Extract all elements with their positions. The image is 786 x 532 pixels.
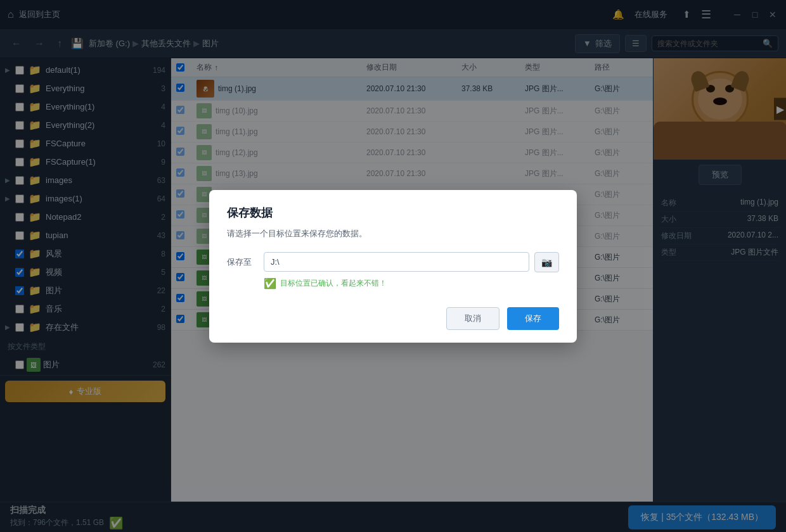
modal-success-message: ✅ 目标位置已确认，看起来不错！ [264, 277, 559, 289]
browse-button[interactable]: 📷 [534, 252, 559, 272]
modal-actions: 取消 保存 [227, 302, 559, 330]
modal-title: 保存数据 [227, 205, 559, 220]
modal-desc: 请选择一个目标位置来保存您的数据。 [227, 228, 559, 239]
cancel-button[interactable]: 取消 [446, 307, 499, 330]
success-text: 目标位置已确认，看起来不错！ [280, 278, 387, 289]
save-button[interactable]: 保存 [507, 307, 559, 330]
save-path-input[interactable] [264, 252, 529, 272]
modal-overlay: 保存数据 请选择一个目标位置来保存您的数据。 保存至 📷 ✅ 目标位置已确认，看… [0, 0, 786, 532]
field-label: 保存至 [227, 256, 259, 268]
success-icon: ✅ [264, 277, 276, 289]
save-data-modal: 保存数据 请选择一个目标位置来保存您的数据。 保存至 📷 ✅ 目标位置已确认，看… [209, 190, 577, 343]
modal-field: 保存至 📷 [227, 252, 559, 272]
